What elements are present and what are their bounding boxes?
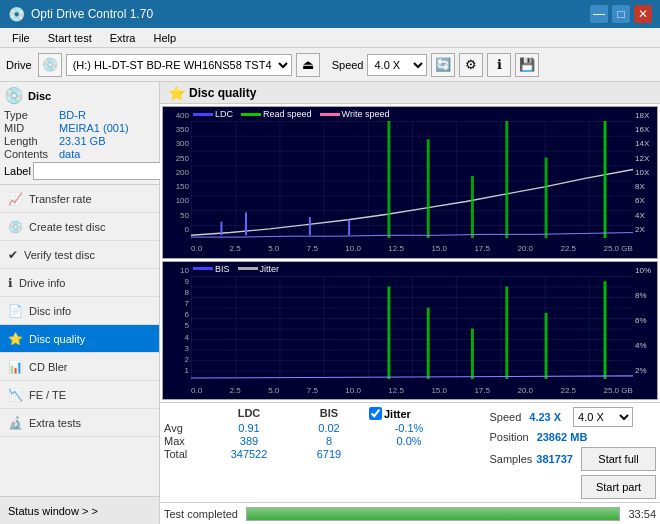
y1-350: 350	[163, 125, 191, 134]
svg-rect-16	[545, 313, 548, 379]
nav-create-test-disc[interactable]: 💿 Create test disc	[0, 213, 159, 241]
time-text: 33:54	[628, 508, 656, 520]
progress-area: Test completed 33:54	[160, 502, 660, 524]
ldc-color	[193, 113, 213, 116]
menu-start-test[interactable]: Start test	[40, 31, 100, 45]
disc-panel: 💿 Disc Type BD-R MID MEIRA1 (001) Length…	[0, 82, 159, 185]
nav-cd-bler[interactable]: 📊 CD Bler	[0, 353, 159, 381]
fe-te-icon: 📉	[8, 388, 23, 402]
yr1-8x: 8X	[633, 182, 657, 191]
start-part-button[interactable]: Start part	[581, 475, 656, 499]
speed-stat-label: Speed	[489, 411, 521, 423]
nav-extra-tests-label: Extra tests	[29, 417, 81, 429]
app-title: Opti Drive Control 1.70	[31, 7, 153, 21]
length-label: Length	[4, 135, 59, 147]
yr1-16x: 16X	[633, 125, 657, 134]
legend-read-label: Read speed	[263, 109, 312, 119]
y1-50: 50	[163, 211, 191, 220]
jitter-checkbox[interactable]	[369, 407, 382, 420]
save-button[interactable]: 💾	[515, 53, 539, 77]
length-value: 23.31 GB	[59, 135, 155, 147]
drive-select[interactable]: (H:) HL-DT-ST BD-RE WH16NS58 TST4	[66, 54, 292, 76]
menu-extra[interactable]: Extra	[102, 31, 144, 45]
stats-right: Speed 4.23 X 4.0 X Position 23862 MB Sam…	[489, 407, 656, 498]
svg-rect-9	[545, 158, 548, 238]
legend-write-label: Write speed	[342, 109, 390, 119]
stats-row-avg: Avg 0.91 0.02 -0.1%	[164, 422, 481, 434]
menu-file[interactable]: File	[4, 31, 38, 45]
nav-disc-info-label: Disc info	[29, 305, 71, 317]
stats-col-bis: BIS	[289, 407, 369, 420]
nav-fe-te-label: FE / TE	[29, 389, 66, 401]
status-window-label: Status window > >	[8, 505, 98, 517]
avg-ldc: 0.91	[209, 422, 289, 434]
chart2-y-left: 10 9 8 7 6 5 4 3 2 1	[163, 262, 191, 379]
disc-info-icon: 📄	[8, 304, 23, 318]
svg-rect-4	[348, 220, 350, 236]
svg-rect-5	[387, 121, 390, 238]
menu-help[interactable]: Help	[145, 31, 184, 45]
svg-rect-3	[309, 217, 311, 235]
nav-verify-test-disc-label: Verify test disc	[24, 249, 95, 261]
y1-200: 200	[163, 168, 191, 177]
start-full-button[interactable]: Start full	[581, 447, 656, 471]
progress-bar-fill	[247, 508, 619, 520]
maximize-button[interactable]: □	[612, 5, 630, 23]
svg-rect-13	[427, 307, 430, 378]
yr1-2x: 2X	[633, 225, 657, 234]
disc-panel-title: Disc	[28, 90, 51, 102]
svg-rect-0	[191, 121, 633, 240]
cd-bler-icon: 📊	[8, 360, 23, 374]
settings-button[interactable]: ⚙	[459, 53, 483, 77]
nav-extra-tests[interactable]: 🔬 Extra tests	[0, 409, 159, 437]
info-button[interactable]: ℹ	[487, 53, 511, 77]
svg-rect-2	[245, 212, 247, 235]
extra-tests-icon: 🔬	[8, 416, 23, 430]
eject-button[interactable]: ⏏	[296, 53, 320, 77]
chart2-legend: BIS Jitter	[193, 264, 279, 274]
y1-300: 300	[163, 139, 191, 148]
svg-rect-17	[604, 281, 607, 379]
status-text: Test completed	[164, 508, 238, 520]
speed-select[interactable]: 4.0 X	[367, 54, 427, 76]
legend-bis-label: BIS	[215, 264, 230, 274]
refresh-button[interactable]: 🔄	[431, 53, 455, 77]
nav-items: 📈 Transfer rate 💿 Create test disc ✔ Ver…	[0, 185, 159, 496]
nav-drive-info[interactable]: ℹ Drive info	[0, 269, 159, 297]
disc-quality-icon: ⭐	[8, 332, 23, 346]
minimize-button[interactable]: —	[590, 5, 608, 23]
stats-speed-select[interactable]: 4.0 X	[573, 407, 633, 427]
transfer-rate-icon: 📈	[8, 192, 23, 206]
position-value: 23862 MB	[537, 431, 588, 443]
svg-rect-14	[471, 328, 474, 378]
main-layout: 💿 Disc Type BD-R MID MEIRA1 (001) Length…	[0, 82, 660, 524]
bis-chart: BIS Jitter 10 9 8 7 6 5 4 3	[162, 261, 658, 400]
position-label: Position	[489, 431, 528, 443]
read-color	[241, 113, 261, 116]
nav-disc-info[interactable]: 📄 Disc info	[0, 297, 159, 325]
nav-transfer-rate[interactable]: 📈 Transfer rate	[0, 185, 159, 213]
chart1-svg	[191, 121, 633, 240]
write-color	[320, 113, 340, 116]
legend-jitter-label: Jitter	[260, 264, 280, 274]
y1-250: 250	[163, 154, 191, 163]
disc-quality-header-icon: ⭐	[168, 85, 185, 101]
samples-value: 381737	[536, 453, 573, 465]
create-test-disc-icon: 💿	[8, 220, 23, 234]
disc-label-input[interactable]	[33, 162, 166, 180]
chart1-x-axis: 0.0 2.5 5.0 7.5 10.0 12.5 15.0 17.5 20.0…	[191, 240, 633, 258]
nav-verify-test-disc[interactable]: ✔ Verify test disc	[0, 241, 159, 269]
svg-rect-8	[505, 121, 508, 238]
nav-fe-te[interactable]: 📉 FE / TE	[0, 381, 159, 409]
close-button[interactable]: ✕	[634, 5, 652, 23]
jitter-label: Jitter	[384, 408, 411, 420]
status-window-btn[interactable]: Status window > >	[0, 496, 159, 524]
svg-rect-6	[427, 139, 430, 238]
legend-read: Read speed	[241, 109, 312, 119]
nav-disc-quality[interactable]: ⭐ Disc quality	[0, 325, 159, 353]
svg-rect-10	[604, 121, 607, 238]
drive-icon-btn[interactable]: 💿	[38, 53, 62, 77]
contents-label: Contents	[4, 148, 59, 160]
yr1-10x: 10X	[633, 168, 657, 177]
disc-panel-icon: 💿	[4, 86, 24, 105]
